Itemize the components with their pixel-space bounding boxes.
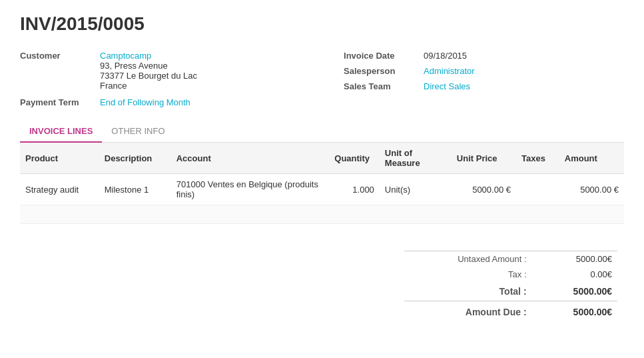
sales-team-value[interactable]: Direct Sales [424, 81, 470, 91]
total-label: Total : [404, 282, 532, 301]
info-right: Invoice Date 09/18/2015 Salesperson Admi… [344, 51, 475, 107]
cell-quantity: 1.000 [329, 174, 380, 205]
col-header-uom: Unit of Measure [380, 143, 452, 174]
tax-label: Tax : [404, 267, 532, 282]
amount-due-label: Amount Due : [404, 301, 532, 321]
address-line3: France [100, 81, 197, 91]
tab-invoice-lines[interactable]: INVOICE LINES [20, 121, 102, 143]
cell-taxes [516, 174, 559, 205]
sales-team-label: Sales Team [344, 81, 417, 91]
payment-term-value[interactable]: End of Following Month [100, 97, 190, 107]
invoice-date-value: 09/18/2015 [424, 51, 467, 61]
col-header-product: Product [20, 143, 99, 174]
untaxed-row: Untaxed Amount : 5000.00€ [404, 251, 617, 267]
customer-address: Camptocamp 93, Press Avenue 73377 Le Bou… [100, 51, 197, 91]
salesperson-value[interactable]: Administrator [424, 66, 475, 76]
salesperson-label: Salesperson [344, 66, 417, 76]
col-header-amount: Amount [559, 143, 624, 174]
cell-description: Milestone 1 [99, 174, 171, 205]
totals-table: Untaxed Amount : 5000.00€ Tax : 0.00€ To… [404, 251, 617, 320]
amount-due-value: 5000.00€ [532, 301, 617, 321]
cell-account: 701000 Ventes en Belgique (produits fini… [171, 174, 330, 205]
col-header-unit-price: Unit Price [452, 143, 516, 174]
totals-section: Untaxed Amount : 5000.00€ Tax : 0.00€ To… [20, 251, 624, 320]
info-section: Customer Camptocamp 93, Press Avenue 733… [20, 51, 624, 107]
total-value: 5000.00€ [532, 282, 617, 301]
invoice-date-row: Invoice Date 09/18/2015 [344, 51, 475, 61]
cell-uom: Unit(s) [380, 174, 452, 205]
customer-label: Customer [20, 51, 93, 61]
tax-row: Tax : 0.00€ [404, 267, 617, 282]
cell-unit-price: 5000.00 € [452, 174, 516, 205]
col-header-account: Account [171, 143, 330, 174]
untaxed-amount-label: Untaxed Amount : [404, 251, 532, 267]
col-header-taxes: Taxes [516, 143, 559, 174]
cell-amount: 5000.00 € [559, 174, 624, 205]
sales-team-row: Sales Team Direct Sales [344, 81, 475, 91]
customer-name[interactable]: Camptocamp [100, 51, 197, 61]
col-header-quantity: Quantity [329, 143, 380, 174]
payment-term-row: Payment Term End of Following Month [20, 97, 197, 107]
total-row: Total : 5000.00€ [404, 282, 617, 301]
amount-due-row: Amount Due : 5000.00€ [404, 301, 617, 321]
invoice-date-label: Invoice Date [344, 51, 417, 61]
tabs-section: INVOICE LINES OTHER INFO [20, 121, 624, 143]
address-line1: 93, Press Avenue [100, 61, 197, 71]
info-left: Customer Camptocamp 93, Press Avenue 733… [20, 51, 197, 107]
table-row[interactable]: Strategy audit Milestone 1 701000 Ventes… [20, 174, 624, 205]
untaxed-amount-value: 5000.00€ [532, 251, 617, 267]
salesperson-row: Salesperson Administrator [344, 66, 475, 76]
customer-row: Customer Camptocamp 93, Press Avenue 733… [20, 51, 197, 91]
tab-other-info[interactable]: OTHER INFO [102, 121, 174, 143]
col-header-description: Description [99, 143, 171, 174]
payment-term-label: Payment Term [20, 97, 93, 107]
cell-product: Strategy audit [20, 174, 99, 205]
invoice-title: INV/2015/0005 [20, 13, 624, 35]
add-line-row[interactable] [20, 205, 624, 224]
table-header-row: Product Description Account Quantity Uni… [20, 143, 624, 174]
address-line2: 73377 Le Bourget du Lac [100, 71, 197, 81]
tax-value: 0.00€ [532, 267, 617, 282]
invoice-lines-table: Product Description Account Quantity Uni… [20, 143, 624, 224]
